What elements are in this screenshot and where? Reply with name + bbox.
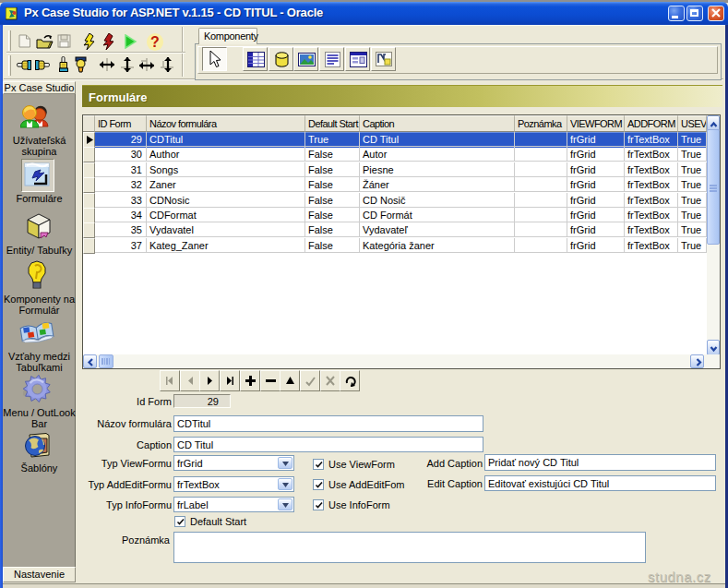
svg-text:?: ? bbox=[150, 34, 160, 50]
